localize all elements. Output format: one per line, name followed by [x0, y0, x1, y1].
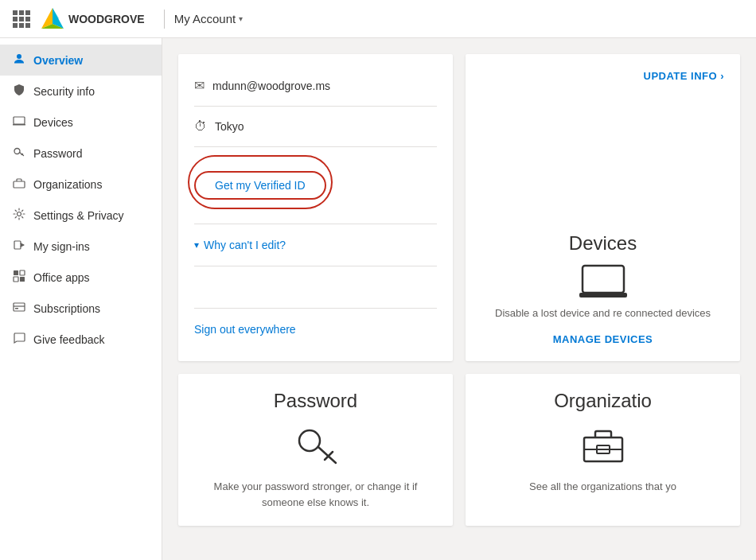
svg-line-19	[318, 447, 336, 463]
password-icon-area	[194, 422, 437, 469]
sidebar-item-security-info[interactable]: Security info	[0, 76, 162, 107]
svg-rect-15	[15, 308, 18, 309]
sidebar-label-sign-ins: My sign-ins	[33, 240, 90, 253]
sidebar-item-organizations[interactable]: Organizations	[0, 169, 162, 200]
sidebar-item-password[interactable]: Password	[0, 138, 162, 169]
update-info-row: UPDATE INFO ›	[481, 70, 724, 82]
subscription-sidebar-icon	[13, 301, 25, 316]
devices-title: Devices	[481, 232, 724, 255]
sidebar-label-overview: Overview	[33, 54, 83, 67]
sidebar: Overview Security info Devices	[0, 38, 162, 560]
org-card: Organizatio See all the organizations th…	[466, 374, 740, 526]
password-description: Make your password stronger, or change i…	[194, 479, 437, 510]
update-info-link[interactable]: UPDATE INFO ›	[644, 70, 725, 82]
laptop-card-icon	[579, 264, 627, 299]
sidebar-label-office-apps: Office apps	[33, 271, 90, 284]
location-value: Tokyo	[215, 120, 244, 133]
person-icon	[13, 52, 25, 68]
sidebar-label-organizations: Organizations	[33, 178, 102, 191]
org-icon-area	[481, 422, 724, 469]
chevron-down-icon: ▾	[194, 239, 199, 251]
feedback-sidebar-icon	[13, 332, 25, 347]
key-card-icon	[294, 422, 338, 466]
svg-line-21	[325, 457, 328, 460]
location-icon: ⏱	[194, 119, 207, 134]
devices-description: Disable a lost device and re connected d…	[481, 305, 724, 321]
org-description: See all the organizations that yo	[481, 479, 724, 495]
sidebar-item-settings[interactable]: Settings & Privacy	[0, 200, 162, 231]
svg-point-8	[18, 212, 21, 216]
logo-text: WOODGROVE	[68, 13, 145, 25]
svg-rect-9	[14, 241, 21, 249]
app-name-chevron[interactable]: ▾	[239, 14, 243, 23]
key-sidebar-icon	[13, 146, 25, 161]
main-container: Overview Security info Devices	[0, 38, 756, 560]
settings-sidebar-icon	[13, 208, 25, 223]
spacer	[194, 271, 437, 303]
update-info-card: UPDATE INFO › Devices Disable a lost dev…	[466, 54, 740, 361]
email-icon: ✉	[194, 78, 205, 93]
svg-rect-10	[14, 270, 18, 275]
why-cant-edit[interactable]: ▾ Why can't I edit?	[194, 229, 437, 261]
verified-id-section: Get my Verified ID	[194, 152, 437, 219]
svg-rect-17	[579, 293, 627, 298]
sidebar-label-security: Security info	[33, 85, 95, 98]
sidebar-label-feedback: Give feedback	[33, 333, 105, 346]
password-title: Password	[194, 390, 437, 412]
header-app-name: My Account ▾	[174, 12, 244, 25]
sign-out-link[interactable]: Sign out everywhere	[194, 313, 437, 345]
svg-rect-11	[20, 270, 25, 275]
divider-5	[194, 308, 437, 309]
sidebar-item-feedback[interactable]: Give feedback	[0, 324, 162, 355]
header-divider	[164, 10, 165, 29]
verified-id-wrapper: Get my Verified ID	[194, 158, 326, 206]
sidebar-nav: Overview Security info Devices	[0, 38, 162, 361]
org-title: Organizatio	[481, 390, 724, 412]
update-info-chevron: ›	[720, 70, 724, 82]
sidebar-label-devices: Devices	[33, 116, 73, 129]
sidebar-label-password: Password	[33, 147, 82, 160]
svg-rect-5	[13, 124, 25, 126]
signin-sidebar-icon	[13, 239, 25, 254]
svg-rect-16	[583, 266, 624, 293]
manage-devices-link[interactable]: MANAGE DEVICES	[481, 333, 724, 345]
svg-point-6	[14, 149, 20, 154]
email-row: ✉ mdunn@woodgrove.ms	[194, 70, 437, 101]
sidebar-item-overview[interactable]: Overview	[0, 45, 162, 76]
svg-rect-13	[20, 277, 25, 282]
svg-line-20	[328, 452, 333, 457]
divider-3	[194, 224, 437, 224]
laptop-sidebar-icon	[13, 115, 25, 130]
svg-rect-4	[14, 117, 25, 124]
divider-1	[194, 106, 437, 107]
divider-2	[194, 146, 437, 147]
verified-id-button[interactable]: Get my Verified ID	[194, 171, 326, 200]
org-card-icon	[581, 422, 625, 466]
svg-rect-12	[14, 277, 18, 282]
logo: WOODGROVE	[40, 6, 145, 32]
header: WOODGROVE My Account ▾	[0, 0, 756, 38]
shield-icon	[13, 84, 25, 99]
location-row: ⏱ Tokyo	[194, 111, 437, 142]
profile-card: ✉ mdunn@woodgrove.ms ⏱ Tokyo Get my Veri…	[178, 54, 453, 361]
password-card: Password Make your password stronger, or…	[178, 374, 453, 526]
sidebar-item-office-apps[interactable]: Office apps	[0, 262, 162, 293]
app-grid-icon[interactable]	[13, 10, 30, 28]
sidebar-item-sign-ins[interactable]: My sign-ins	[0, 231, 162, 262]
briefcase-sidebar-icon	[13, 177, 25, 192]
svg-point-18	[299, 430, 320, 451]
sidebar-item-devices[interactable]: Devices	[0, 107, 162, 138]
devices-section: Devices Disable a lost device and re con…	[481, 232, 724, 346]
sidebar-label-settings: Settings & Privacy	[33, 209, 124, 222]
content-area: ✉ mdunn@woodgrove.ms ⏱ Tokyo Get my Veri…	[162, 38, 756, 560]
email-value: mdunn@woodgrove.ms	[212, 80, 330, 92]
svg-rect-7	[14, 181, 25, 188]
divider-4	[194, 266, 437, 266]
sidebar-label-subscriptions: Subscriptions	[33, 302, 100, 315]
office-sidebar-icon	[13, 270, 25, 285]
sidebar-item-subscriptions[interactable]: Subscriptions	[0, 293, 162, 324]
svg-rect-14	[14, 303, 25, 311]
